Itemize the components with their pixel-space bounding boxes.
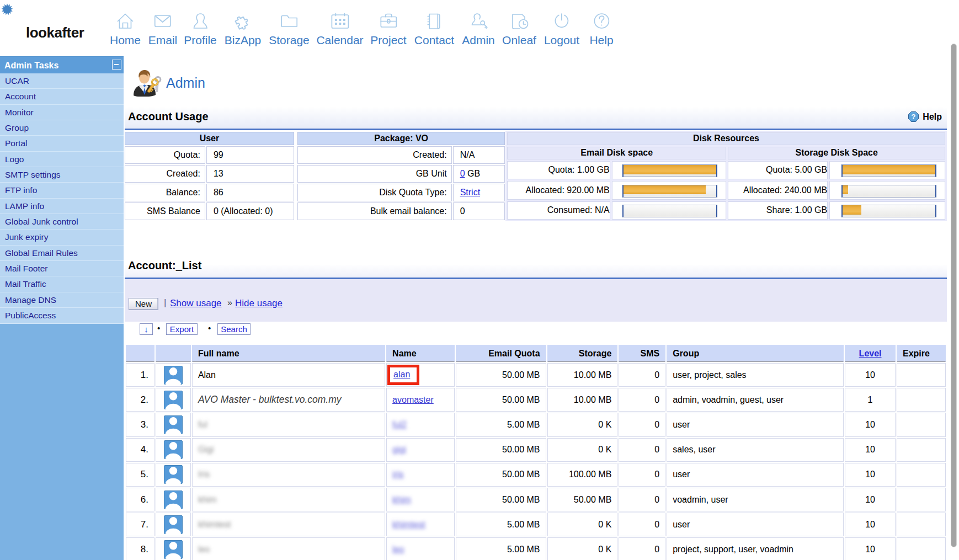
svg-text:?: ? xyxy=(912,113,916,121)
